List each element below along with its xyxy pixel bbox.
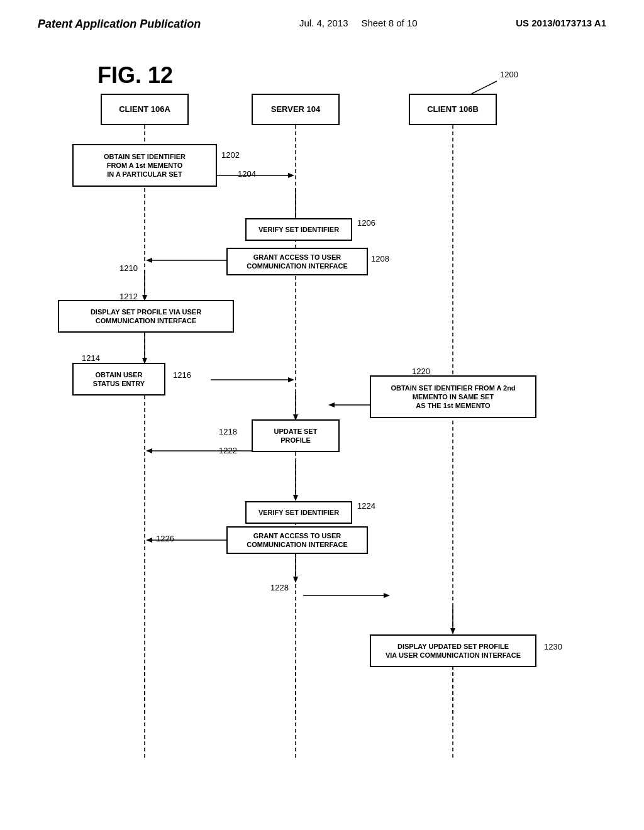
svg-marker-26 (293, 577, 298, 583)
ref-1210: 1210 (119, 263, 138, 273)
page-header: Patent Application Publication Jul. 4, 2… (0, 0, 644, 37)
box-1214: OBTAIN USERSTATUS ENTRY (72, 363, 165, 396)
ref-1200: 1200 (500, 70, 518, 79)
figure-label: FIG. 12 (97, 62, 173, 89)
sheet-info: Sheet 8 of 10 (361, 18, 417, 28)
patent-number: US 2013/0173713 A1 (516, 18, 606, 28)
ref-1228: 1228 (270, 583, 289, 592)
svg-marker-8 (146, 258, 152, 263)
svg-marker-14 (288, 377, 294, 382)
ref-1230: 1230 (544, 642, 562, 651)
box-1206: VERIFY SET IDENTIFIER (245, 218, 352, 241)
ref-1214b: 1214 (82, 353, 100, 363)
box-1220: OBTAIN SET IDENTIFIER FROM A 2ndMEMENTO … (370, 375, 536, 418)
svg-line-31 (472, 81, 497, 94)
end-line-a (138, 666, 151, 716)
box-1212: DISPLAY SET PROFILE VIA USERCOMMUNICATIO… (58, 300, 234, 333)
svg-marker-24 (146, 538, 152, 543)
box-1230: DISPLAY UPDATED SET PROFILEVIA USER COMM… (370, 634, 536, 667)
box-1208: GRANT ACCESS TO USERCOMMUNICATION INTERF… (226, 248, 368, 275)
publication-date-sheet: Jul. 4, 2013 Sheet 8 of 10 (299, 18, 418, 28)
box-1218: UPDATE SETPROFILE (252, 419, 340, 452)
end-line-s (289, 666, 302, 716)
svg-marker-30 (450, 628, 455, 634)
svg-marker-20 (146, 448, 152, 453)
svg-marker-22 (293, 495, 298, 501)
box-1226: GRANT ACCESS TO USERCOMMUNICATION INTERF… (226, 526, 368, 554)
ref-1212-label: 1212 (119, 292, 138, 301)
ref-1218: 1218 (219, 427, 237, 436)
end-line-b (447, 666, 459, 716)
box-server: SERVER 104 (252, 94, 340, 125)
ref-1208: 1208 (371, 254, 389, 263)
diagram-container: FIG. 12 1200 CLIENT 106A SERVER 104 CLIE… (0, 43, 644, 785)
box-1224: VERIFY SET IDENTIFIER (245, 501, 352, 524)
ref-1206: 1206 (357, 218, 375, 228)
publication-title: Patent Application Publication (38, 18, 201, 31)
ref-1204: 1204 (238, 169, 256, 179)
publication-date: Jul. 4, 2013 (299, 18, 348, 28)
ref-1202: 1202 (221, 150, 240, 160)
svg-marker-18 (328, 402, 335, 407)
svg-marker-28 (384, 593, 390, 598)
box-1202: OBTAIN SET IDENTIFIERFROM A 1st MEMENTOI… (72, 144, 217, 187)
ref-1220: 1220 (412, 367, 430, 376)
ref-1226: 1226 (156, 534, 174, 543)
svg-marker-4 (288, 173, 294, 178)
ref-1214: 1216 (173, 370, 191, 380)
box-client-b: CLIENT 106B (409, 94, 497, 125)
ref-1224: 1224 (357, 501, 375, 511)
ref-1222: 1222 (219, 446, 237, 455)
box-client-a: CLIENT 106A (101, 94, 189, 125)
